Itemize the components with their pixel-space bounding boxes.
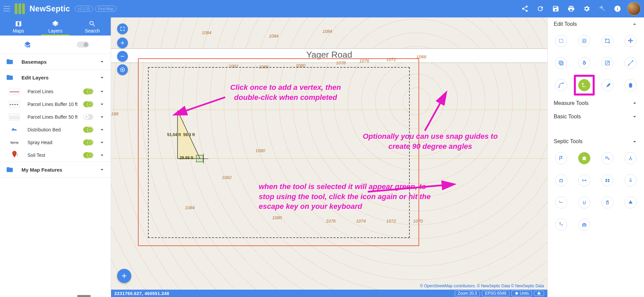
tool-section-septic-header[interactable]: Septic Tools (548, 135, 644, 148)
dim-label-bottom: 29.69 ft (180, 156, 193, 160)
arrow-snap (423, 97, 447, 135)
toggle-all-layers[interactable] (77, 42, 89, 48)
tab-maps-label: Maps (13, 28, 24, 34)
snap-guide-tool[interactable] (578, 79, 590, 91)
chevron-down-icon[interactable] (99, 101, 105, 108)
tools-icon[interactable] (594, 1, 610, 16)
septic-pump-tool[interactable] (601, 196, 613, 209)
septic-info-tool[interactable]: i (555, 196, 567, 209)
ns-link-1[interactable]: © NewSeptic Data (477, 284, 510, 288)
ns-link-2[interactable]: © NewSeptic Data (511, 284, 544, 288)
layer-toolbar (0, 36, 111, 54)
select-rect-tool[interactable] (555, 35, 567, 47)
line-tool[interactable] (625, 57, 637, 69)
zoom-out-button[interactable] (117, 51, 128, 62)
crop-tool[interactable] (601, 35, 613, 47)
contour-label: 188 (111, 111, 118, 116)
svg-point-20 (628, 65, 629, 66)
chevron-down-icon[interactable] (99, 139, 105, 146)
svg-rect-12 (583, 40, 585, 42)
delete-tool[interactable] (625, 79, 637, 91)
svg-text:+: + (17, 153, 18, 157)
layer-toggle[interactable] (83, 114, 93, 120)
chevron-down-icon (99, 166, 105, 173)
septic-toolbox-tool[interactable] (578, 219, 590, 231)
svg-point-21 (632, 61, 633, 62)
layer-name: Spray Head (28, 140, 83, 145)
septic-drain-tool[interactable] (578, 196, 590, 209)
select-all-tool[interactable] (578, 35, 590, 47)
add-feature-button[interactable] (117, 269, 131, 283)
folder-icon (5, 166, 14, 173)
status-units[interactable]: Units (511, 290, 532, 296)
info-icon[interactable]: i (610, 1, 625, 16)
septic-house-tool[interactable] (578, 152, 590, 164)
user-avatar[interactable] (627, 2, 641, 15)
septic-flag-tool[interactable] (555, 152, 567, 164)
rotate-tool[interactable] (578, 57, 590, 69)
septic-arrow-tool[interactable] (625, 196, 637, 209)
chevron-down-icon[interactable] (99, 114, 105, 120)
septic-spray-tool[interactable] (625, 174, 637, 186)
layer-toggle[interactable] (83, 152, 93, 158)
section-edit-layers-header[interactable]: Edit Layers (0, 70, 111, 85)
move-tool[interactable] (625, 35, 637, 47)
locate-button[interactable] (117, 64, 128, 75)
copy-tool[interactable] (555, 57, 567, 69)
version-badge: v2.1.12 (75, 6, 93, 12)
section-basemaps-header[interactable]: Basemaps (0, 54, 111, 69)
tab-layers[interactable]: Layers (37, 17, 74, 36)
septic-hs-tool[interactable]: HS (601, 152, 613, 164)
septic-split-tool[interactable] (625, 152, 637, 164)
osm-link[interactable]: © OpenStreetMap contributors. (420, 284, 476, 288)
brush-tool[interactable] (601, 79, 613, 91)
tool-section-edit-header[interactable]: Edit Tools (548, 17, 644, 31)
tool-section-basic-header[interactable]: Basic Tools (548, 110, 644, 123)
scale-tool[interactable] (601, 57, 613, 69)
septic-width-tool[interactable] (578, 174, 590, 186)
status-home[interactable] (534, 291, 544, 296)
save-icon[interactable] (548, 1, 563, 16)
sidebar-tabs: Maps Layers Search (0, 17, 111, 36)
septic-grid-tool[interactable] (601, 174, 613, 186)
section-my-map-features-header[interactable]: My Map Features (0, 162, 111, 177)
layer-toggle[interactable] (83, 88, 93, 95)
add-layer-button[interactable] (22, 39, 33, 50)
chevron-down-icon[interactable] (99, 88, 105, 95)
svg-text:i: i (617, 6, 618, 11)
app-header: NewSeptic v2.1.12 First Map i (0, 0, 644, 17)
section-edit-layers-title: Edit Layers (21, 75, 99, 80)
layer-toggle[interactable] (83, 127, 93, 133)
layer-toggle[interactable] (83, 139, 93, 145)
menu-icon[interactable] (3, 6, 10, 11)
map-name-badge[interactable]: First Map (95, 6, 116, 12)
fullscreen-button[interactable] (117, 23, 128, 34)
share-icon[interactable] (517, 1, 533, 16)
chevron-up-icon (99, 74, 105, 81)
svg-rect-32 (608, 179, 609, 180)
status-bar: 2231760.627, 460551.248 Zoom 20.3 EPSG:6… (111, 290, 547, 297)
septic-tank-tool[interactable] (555, 174, 567, 186)
app-title: NewSeptic (30, 4, 70, 13)
chevron-down-icon[interactable] (99, 126, 105, 133)
map-canvas[interactable]: Yager Road 1084 1084 1084 1082 1080 1080… (111, 17, 547, 297)
zoom-in-button[interactable] (117, 38, 128, 48)
tab-search[interactable]: Search (74, 17, 111, 36)
svg-rect-24 (582, 83, 583, 84)
septic-text-tool[interactable]: TT (555, 219, 567, 231)
refresh-icon[interactable] (533, 1, 548, 16)
layer-swatch (9, 126, 20, 133)
layer-row-parcel-buffer-10: Parcel Lines Buffer 10 ft (0, 98, 111, 111)
chevron-down-icon[interactable] (99, 152, 105, 159)
tool-section-measure-header[interactable]: Measure Tools (548, 97, 644, 110)
section-edit-layers: Edit Layers Parcel Lines Parcel Lines Bu… (0, 70, 111, 162)
layer-swatch (9, 88, 20, 95)
layer-toggle[interactable] (83, 101, 93, 107)
tab-maps[interactable]: Maps (0, 17, 37, 36)
settings-icon[interactable] (579, 1, 594, 16)
curve-tool[interactable] (555, 79, 567, 91)
status-epsg[interactable]: EPSG:6549 (482, 290, 509, 296)
status-zoom[interactable]: Zoom 20.3 (455, 290, 480, 296)
print-icon[interactable] (563, 1, 579, 16)
drag-handle[interactable] (77, 295, 91, 297)
